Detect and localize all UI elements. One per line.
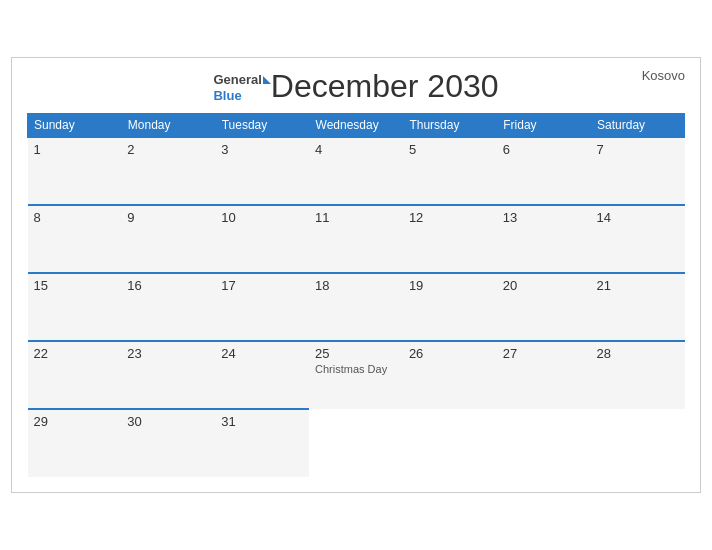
table-row: 21: [591, 273, 685, 341]
day-number: 11: [315, 210, 397, 225]
table-row: 7: [591, 137, 685, 205]
table-row: 13: [497, 205, 591, 273]
calendar-week-row: 293031: [28, 409, 685, 477]
header-tuesday: Tuesday: [215, 114, 309, 138]
header-saturday: Saturday: [591, 114, 685, 138]
day-number: 15: [34, 278, 116, 293]
table-row: 4: [309, 137, 403, 205]
day-number: 24: [221, 346, 303, 361]
table-row: 20: [497, 273, 591, 341]
table-row: 11: [309, 205, 403, 273]
day-number: 28: [597, 346, 679, 361]
table-row: 26: [403, 341, 497, 409]
logo-general: General: [213, 69, 270, 88]
day-number: 9: [127, 210, 209, 225]
table-row: 8: [28, 205, 122, 273]
header-friday: Friday: [497, 114, 591, 138]
day-number: 27: [503, 346, 585, 361]
table-row: 23: [121, 341, 215, 409]
calendar-week-row: 15161718192021: [28, 273, 685, 341]
day-number: 2: [127, 142, 209, 157]
calendar-header: General Blue December 2030 Kosovo: [27, 68, 685, 105]
table-row: [497, 409, 591, 477]
day-number: 1: [34, 142, 116, 157]
day-number: 12: [409, 210, 491, 225]
day-number: 4: [315, 142, 397, 157]
logo-blue: Blue: [213, 88, 270, 104]
day-number: 21: [597, 278, 679, 293]
table-row: 1: [28, 137, 122, 205]
holiday-label: Christmas Day: [315, 363, 397, 375]
table-row: 9: [121, 205, 215, 273]
table-row: 27: [497, 341, 591, 409]
day-number: 7: [597, 142, 679, 157]
table-row: 15: [28, 273, 122, 341]
table-row: 16: [121, 273, 215, 341]
table-row: 24: [215, 341, 309, 409]
day-number: 17: [221, 278, 303, 293]
table-row: 14: [591, 205, 685, 273]
header-monday: Monday: [121, 114, 215, 138]
day-number: 30: [127, 414, 209, 429]
table-row: [309, 409, 403, 477]
table-row: 31: [215, 409, 309, 477]
day-number: 6: [503, 142, 585, 157]
table-row: 28: [591, 341, 685, 409]
table-row: 25Christmas Day: [309, 341, 403, 409]
table-row: 12: [403, 205, 497, 273]
day-number: 5: [409, 142, 491, 157]
day-number: 16: [127, 278, 209, 293]
table-row: [403, 409, 497, 477]
country-label: Kosovo: [642, 68, 685, 83]
day-number: 19: [409, 278, 491, 293]
table-row: 5: [403, 137, 497, 205]
table-row: 2: [121, 137, 215, 205]
day-number: 29: [34, 414, 116, 429]
day-number: 26: [409, 346, 491, 361]
day-number: 14: [597, 210, 679, 225]
calendar-container: General Blue December 2030 Kosovo Sunday…: [11, 57, 701, 493]
table-row: 6: [497, 137, 591, 205]
header-wednesday: Wednesday: [309, 114, 403, 138]
calendar-week-row: 1234567: [28, 137, 685, 205]
calendar-table: Sunday Monday Tuesday Wednesday Thursday…: [27, 113, 685, 477]
table-row: [591, 409, 685, 477]
day-number: 22: [34, 346, 116, 361]
weekday-header-row: Sunday Monday Tuesday Wednesday Thursday…: [28, 114, 685, 138]
table-row: 29: [28, 409, 122, 477]
day-number: 18: [315, 278, 397, 293]
table-row: 3: [215, 137, 309, 205]
day-number: 3: [221, 142, 303, 157]
logo: General Blue: [213, 69, 270, 104]
calendar-week-row: 22232425Christmas Day262728: [28, 341, 685, 409]
table-row: 30: [121, 409, 215, 477]
day-number: 23: [127, 346, 209, 361]
day-number: 31: [221, 414, 303, 429]
day-number: 20: [503, 278, 585, 293]
day-number: 8: [34, 210, 116, 225]
calendar-title: December 2030: [271, 68, 499, 105]
table-row: 10: [215, 205, 309, 273]
table-row: 18: [309, 273, 403, 341]
table-row: 22: [28, 341, 122, 409]
day-number: 25: [315, 346, 397, 361]
day-number: 13: [503, 210, 585, 225]
header-sunday: Sunday: [28, 114, 122, 138]
calendar-week-row: 891011121314: [28, 205, 685, 273]
header-thursday: Thursday: [403, 114, 497, 138]
table-row: 17: [215, 273, 309, 341]
table-row: 19: [403, 273, 497, 341]
day-number: 10: [221, 210, 303, 225]
